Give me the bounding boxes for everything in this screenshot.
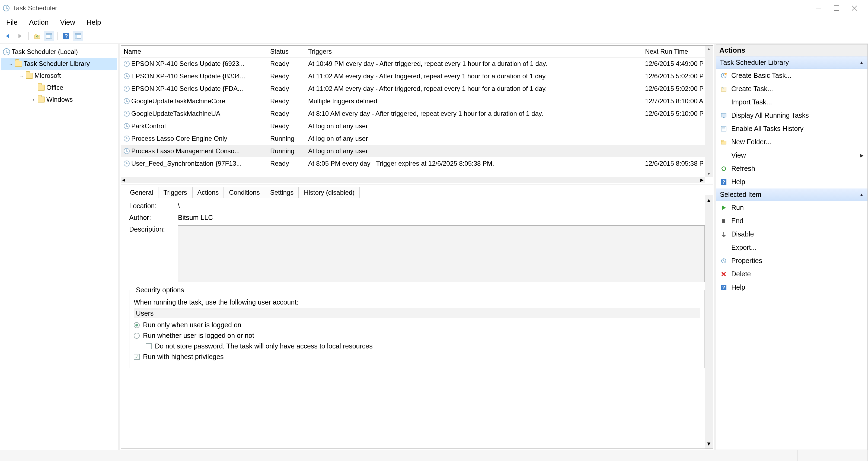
tree-microsoft[interactable]: ⌄ Microsoft [1,70,117,82]
check-no-password[interactable]: Do not store password. The task will onl… [146,342,700,350]
task-header[interactable]: Name Status Triggers Next Run Time [121,45,713,58]
up-folder-button[interactable] [32,31,42,41]
action-export[interactable]: Export... [716,241,867,254]
actions-section-selected[interactable]: Selected Item ▲ [716,188,867,201]
window: Task Scheduler File Action View Help ? T… [0,0,868,461]
action-properties[interactable]: Properties [716,254,867,267]
action-help[interactable]: ?Help [716,281,867,294]
window-controls [815,5,866,12]
action-view[interactable]: View▶ [716,149,867,162]
task-next: 12/6/2015 8:05:38 P [642,160,713,167]
task-status: Ready [268,85,305,92]
collapse-icon[interactable]: ▲ [859,192,864,197]
help-button[interactable]: ? [61,31,71,41]
action-create-basic-task[interactable]: Create Basic Task... [716,69,867,82]
folder-icon [26,73,33,79]
action-icon [720,204,727,212]
task-row[interactable]: EPSON XP-410 Series Update {B334...Ready… [121,70,713,83]
back-button[interactable] [3,31,13,41]
task-list[interactable]: Name Status Triggers Next Run Time EPSON… [121,45,713,183]
menubar: File Action View Help [0,16,868,29]
col-status[interactable]: Status [268,48,305,55]
task-row[interactable]: GoogleUpdateTaskMachineCoreReadyMultiple… [121,95,713,107]
tree-root[interactable]: Task Scheduler (Local) [1,46,117,58]
action-icon [720,98,727,106]
tab-history[interactable]: History (disabled) [299,187,360,198]
expander-icon[interactable]: › [31,97,36,102]
close-button[interactable] [851,5,858,12]
task-icon [124,86,130,92]
check-highest-privileges[interactable]: ✓ Run with highest privileges [134,353,700,361]
statusbar [0,450,868,461]
minimize-button[interactable] [815,5,822,12]
folder-icon [38,85,45,91]
tab-actions[interactable]: Actions [192,187,224,198]
task-trigger: Multiple triggers defined [305,97,642,105]
action-display-all-running-tasks[interactable]: Display All Running Tasks [716,109,867,122]
svg-rect-27 [721,140,723,141]
radio-logged-on[interactable]: Run only when user is logged on [134,321,700,329]
tree-office[interactable]: Office [1,82,117,94]
details-scrollbar[interactable]: ▴▾ [705,195,713,449]
menu-action[interactable]: Action [27,17,51,28]
radio-whether[interactable]: Run whether user is logged on or not [134,332,700,339]
task-row[interactable]: GoogleUpdateTaskMachineUAReadyAt 8:10 AM… [121,107,713,120]
menu-file[interactable]: File [4,17,20,28]
expander-icon[interactable]: ⌄ [8,61,13,67]
task-next: 12/6/2015 4:49:00 P [642,60,713,67]
action-label: Help [731,178,745,186]
col-name[interactable]: Name [121,48,268,55]
toolbar-actions-toggle[interactable] [73,31,83,41]
center-pane: Name Status Triggers Next Run Time EPSON… [120,44,716,450]
vertical-scrollbar[interactable]: ▴▾ [705,45,713,177]
action-import-task[interactable]: Import Task... [716,95,867,109]
action-label: Enable All Tasks History [731,125,803,133]
tree-windows[interactable]: › Windows [1,94,117,105]
action-label: Refresh [731,164,755,173]
col-next[interactable]: Next Run Time [642,48,713,55]
task-status: Ready [268,72,305,80]
action-enable-all-tasks-history[interactable]: Enable All Tasks History [716,122,867,135]
col-triggers[interactable]: Triggers [305,48,642,55]
tree-library-label: Task Scheduler Library [24,60,90,67]
task-icon [124,135,130,142]
task-row[interactable]: User_Feed_Synchronization-{97F13...Ready… [121,157,713,170]
action-create-task[interactable]: Create Task... [716,82,867,95]
maximize-button[interactable] [833,5,840,12]
window-title: Task Scheduler [13,4,57,12]
svg-rect-9 [46,34,52,35]
tab-general[interactable]: General [125,187,158,198]
task-row[interactable]: Process Lasso Management Conso...Running… [121,145,713,157]
action-new-folder[interactable]: New Folder... [716,135,867,149]
menu-help[interactable]: Help [84,17,103,28]
action-end[interactable]: End [716,214,867,227]
menu-view[interactable]: View [58,17,77,28]
task-status: Ready [268,160,305,167]
tab-triggers[interactable]: Triggers [158,187,192,198]
radio-icon [134,322,140,328]
horizontal-scrollbar[interactable]: ◂▸ [121,177,705,183]
tab-conditions[interactable]: Conditions [224,187,265,198]
action-disable[interactable]: Disable [716,227,867,241]
task-row[interactable]: EPSON XP-410 Series Update {FDA...ReadyA… [121,83,713,95]
task-row[interactable]: EPSON XP-410 Series Update {6923...Ready… [121,58,713,70]
action-delete[interactable]: Delete [716,267,867,281]
general-tab-body: Location: \ Author: Bitsum LLC Descripti… [121,198,713,449]
collapse-icon[interactable]: ▲ [859,60,864,65]
tree-library[interactable]: ⌄ Task Scheduler Library [1,58,117,70]
toolbar-pane-toggle[interactable] [44,31,54,41]
forward-button[interactable] [15,31,25,41]
action-run[interactable]: Run [716,201,867,214]
action-refresh[interactable]: Refresh [716,162,867,175]
tab-settings[interactable]: Settings [265,187,299,198]
task-name: EPSON XP-410 Series Update {FDA... [131,85,243,92]
radio-icon [134,333,140,339]
expander-icon[interactable]: ⌄ [19,73,24,79]
description-textbox[interactable] [178,225,705,282]
action-help[interactable]: ?Help [716,175,867,188]
actions-section-library[interactable]: Task Scheduler Library ▲ [716,56,867,69]
task-row[interactable]: Process Lasso Core Engine OnlyRunningAt … [121,132,713,145]
svg-text:?: ? [65,33,68,39]
tree-pane[interactable]: Task Scheduler (Local) ⌄ Task Scheduler … [0,44,120,450]
task-row[interactable]: ParkControlReadyAt log on of any user [121,120,713,132]
